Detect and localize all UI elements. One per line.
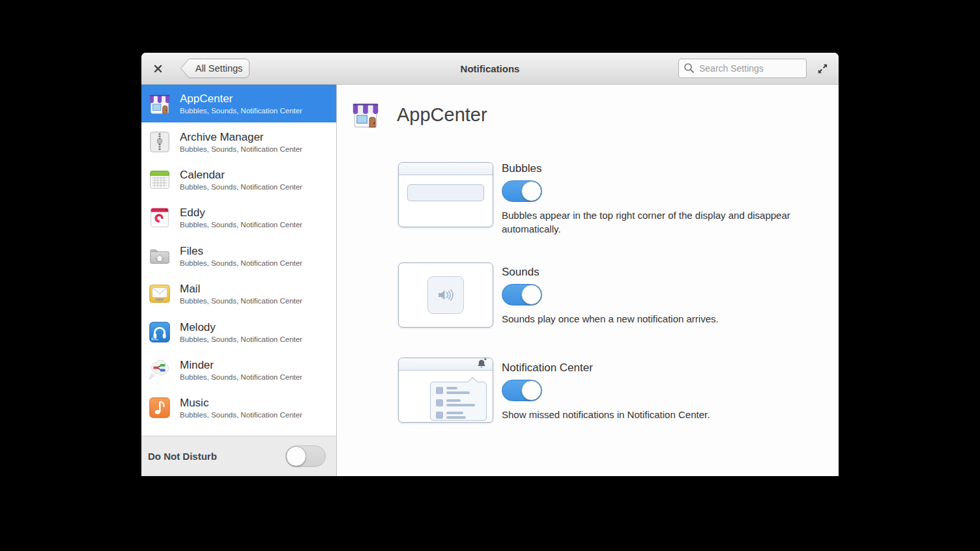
- bubbles-title: Bubbles: [502, 162, 541, 175]
- toggle-knob: [286, 446, 306, 466]
- sidebar-item-minder[interactable]: Minder Bubbles, Sounds, Notification Cen…: [141, 351, 336, 389]
- app-subtitle: Bubbles, Sounds, Notification Center: [180, 297, 302, 305]
- app-label: Eddy: [180, 206, 302, 219]
- headerbar: All Settings Notifications: [141, 53, 839, 85]
- calendar-icon: [147, 167, 172, 192]
- app-label: Files: [180, 245, 302, 258]
- sidebar-item-archive-manager[interactable]: Archive Manager Bubbles, Sounds, Notific…: [141, 122, 336, 160]
- app-subtitle: Bubbles, Sounds, Notification Center: [180, 221, 302, 229]
- do-not-disturb-toggle[interactable]: [285, 445, 326, 467]
- notification-center-preview-illustration: [398, 358, 493, 423]
- app-list: AppCenter Bubbles, Sounds, Notification …: [141, 85, 336, 436]
- mail-envelope-icon: [147, 281, 172, 306]
- bubble-preview-illustration: [398, 162, 493, 227]
- bell-icon: [477, 358, 487, 369]
- settings-window: All Settings Notifications: [141, 53, 839, 476]
- illustration-popover: [430, 382, 487, 421]
- selected-app-title: AppCenter: [397, 104, 487, 126]
- sounds-section: Sounds Sounds play once when a new notif…: [398, 266, 719, 328]
- sidebar-item-appcenter[interactable]: AppCenter Bubbles, Sounds, Notification …: [141, 85, 336, 122]
- app-subtitle: Bubbles, Sounds, Notification Center: [180, 145, 302, 153]
- notification-center-description: Show missed notifications in Notificatio…: [502, 408, 710, 421]
- sidebar-item-music[interactable]: Music Bubbles, Sounds, Notification Cent…: [141, 389, 336, 427]
- bubbles-section: Bubbles Bubbles appear in the top right …: [398, 162, 819, 236]
- app-label: Melody: [180, 321, 302, 334]
- app-label: AppCenter: [180, 92, 302, 106]
- app-subtitle: Bubbles, Sounds, Notification Center: [180, 107, 302, 115]
- app-header: AppCenter: [350, 99, 487, 130]
- sidebar: AppCenter Bubbles, Sounds, Notification …: [141, 85, 337, 476]
- melody-headphones-icon: [147, 320, 172, 345]
- app-label: Calendar: [180, 169, 302, 182]
- app-subtitle: Bubbles, Sounds, Notification Center: [180, 411, 302, 419]
- toggle-knob: [521, 380, 541, 401]
- page-title: Notifications: [461, 63, 520, 74]
- app-label: Minder: [180, 359, 302, 372]
- sidebar-item-files[interactable]: Files Bubbles, Sounds, Notification Cent…: [141, 237, 336, 275]
- notification-center-section: Notification Center Show missed notifica…: [398, 361, 710, 423]
- app-subtitle: Bubbles, Sounds, Notification Center: [180, 183, 302, 191]
- illustration-sound-button: [427, 276, 464, 314]
- search-input[interactable]: [678, 59, 807, 78]
- app-subtitle: Bubbles, Sounds, Notification Center: [180, 259, 302, 267]
- sidebar-item-calendar[interactable]: Calendar Bubbles, Sounds, Notification C…: [141, 161, 336, 199]
- speaker-icon: [437, 288, 455, 302]
- all-settings-label: All Settings: [190, 59, 248, 78]
- sounds-title: Sounds: [502, 266, 540, 279]
- popover-row: [436, 412, 481, 421]
- illustration-bubble: [407, 184, 484, 201]
- search-box: [678, 59, 807, 78]
- popover-row: [436, 387, 481, 396]
- do-not-disturb-bar: Do Not Disturb: [141, 436, 336, 476]
- all-settings-back-button[interactable]: All Settings: [180, 59, 250, 78]
- app-label: Music: [180, 397, 302, 410]
- appcenter-storefront-icon: [350, 99, 381, 130]
- sound-preview-illustration: [398, 262, 493, 328]
- app-subtitle: Bubbles, Sounds, Notification Center: [180, 373, 302, 381]
- expand-window-button[interactable]: [815, 61, 829, 76]
- bubbles-toggle[interactable]: [502, 180, 542, 202]
- illustration-titlebar: [399, 163, 493, 175]
- eddy-package-icon: [147, 205, 172, 230]
- sounds-description: Sounds play once when a new notification…: [502, 312, 719, 326]
- sidebar-item-melody[interactable]: Melody Bubbles, Sounds, Notification Cen…: [141, 313, 336, 350]
- diagonal-resize-arrows-icon: [816, 63, 829, 75]
- notification-center-title: Notification Center: [502, 361, 593, 374]
- app-label: Mail: [180, 283, 302, 296]
- sidebar-item-mail[interactable]: Mail Bubbles, Sounds, Notification Cente…: [141, 275, 336, 313]
- archive-zip-icon: [147, 130, 172, 154]
- minder-mindmap-icon: [147, 358, 172, 382]
- toggle-knob: [521, 181, 541, 201]
- notification-center-toggle[interactable]: [502, 380, 542, 401]
- popover-row: [436, 399, 481, 408]
- appcenter-storefront-icon: [147, 91, 172, 116]
- bubbles-description: Bubbles appear in the top right corner o…: [502, 208, 819, 236]
- sidebar-item-eddy[interactable]: Eddy Bubbles, Sounds, Notification Cente…: [141, 199, 336, 236]
- close-icon: [154, 64, 162, 73]
- files-folder-icon: [147, 244, 172, 268]
- sounds-toggle[interactable]: [502, 284, 542, 305]
- toggle-knob: [521, 285, 541, 305]
- close-button[interactable]: [152, 63, 163, 74]
- music-note-icon: [147, 395, 172, 420]
- app-label: Archive Manager: [180, 131, 302, 144]
- magnifier-icon: [684, 63, 695, 74]
- app-subtitle: Bubbles, Sounds, Notification Center: [180, 335, 302, 343]
- notifications-main-panel: AppCenter Bubbles Bubbles appear in the …: [337, 85, 839, 476]
- do-not-disturb-label: Do Not Disturb: [148, 451, 217, 462]
